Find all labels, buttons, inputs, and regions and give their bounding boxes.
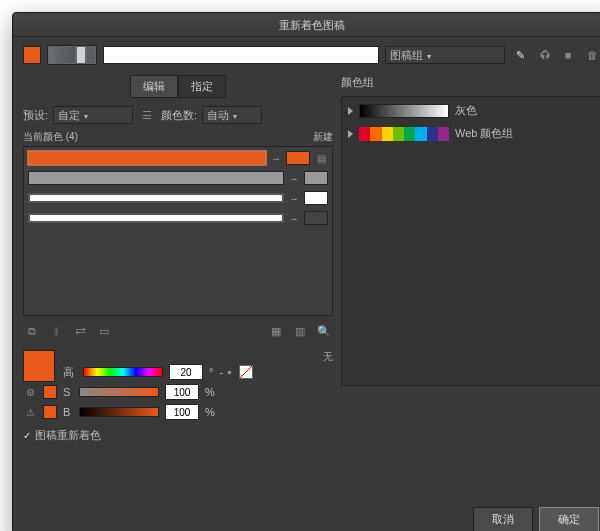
s-swatch — [43, 385, 57, 399]
separate-icon[interactable]: ⫴ — [47, 322, 65, 340]
artwork-name-input[interactable] — [103, 46, 379, 64]
color-mapping-list: → ▤ → → — [23, 146, 333, 316]
recolor-checkbox[interactable]: 图稿重新着色 — [23, 428, 333, 443]
dest-color-chip[interactable] — [304, 191, 328, 205]
find-icon[interactable]: 🔍 — [315, 322, 333, 340]
group-header: 颜色组 — [341, 75, 600, 90]
window-title: 重新着色图稿 — [279, 19, 345, 31]
bri-input[interactable] — [165, 404, 199, 420]
dest-color-chip[interactable] — [286, 151, 310, 165]
sat-input[interactable] — [165, 384, 199, 400]
color-row[interactable]: → — [28, 171, 328, 185]
newrow-icon[interactable]: ▭ — [95, 322, 113, 340]
row-menu-icon[interactable]: ▤ — [314, 153, 328, 164]
left-panel: 编辑 指定 预设: 自定 ☰ 颜色数: 自动 — [23, 75, 333, 443]
trash-icon[interactable]: 🗑 — [583, 46, 600, 64]
ok-button[interactable]: 确定 — [539, 507, 599, 531]
top-toolbar: 图稿组 ✎ ⮉ ■ 🗑 — [23, 45, 600, 65]
eyedropper-icon[interactable]: ✎ — [511, 46, 529, 64]
group-swatch-1[interactable] — [48, 46, 76, 64]
expand-icon[interactable] — [348, 130, 353, 138]
active-color-swatch[interactable] — [23, 46, 41, 64]
h-label: 高 — [63, 365, 77, 380]
hue-input[interactable] — [169, 364, 203, 380]
color-row[interactable]: → — [28, 211, 328, 225]
new-colors-label: 新建 — [313, 130, 333, 144]
dest-color-chip[interactable] — [304, 211, 328, 225]
sort-icon-2[interactable]: ▥ — [291, 322, 309, 340]
color-row[interactable]: → ▤ — [28, 151, 328, 165]
b-label: B — [63, 406, 73, 418]
colorcount-dropdown[interactable]: 自动 — [202, 106, 262, 124]
warn-icon[interactable]: ⚠ — [23, 407, 37, 418]
none-swatch-icon[interactable] — [239, 365, 253, 379]
src-color-bar[interactable] — [28, 151, 266, 165]
artwork-group-label: 图稿组 — [390, 48, 423, 63]
b-swatch — [43, 405, 57, 419]
sort-icon-1[interactable]: ▦ — [267, 322, 285, 340]
group-swatch-2[interactable] — [76, 46, 86, 64]
right-panel: 颜色组 灰色 Web 颜色组 — [341, 75, 600, 443]
artwork-group-dropdown[interactable]: 图稿组 — [385, 46, 505, 64]
folder-icon[interactable]: ■ — [559, 46, 577, 64]
map-arrow-icon: → — [270, 153, 282, 164]
preset-dropdown[interactable]: 自定 — [53, 106, 133, 124]
link-icon[interactable]: ⚙ — [23, 387, 37, 398]
hsb-swatch[interactable] — [23, 350, 55, 382]
group-row-grey[interactable]: 灰色 — [348, 103, 594, 118]
map-arrow-icon: → — [288, 193, 300, 204]
color-groups-list: 灰色 Web 颜色组 — [341, 96, 600, 386]
group-row-web[interactable]: Web 颜色组 — [348, 126, 594, 141]
titlebar: 重新着色图稿 — [13, 13, 600, 37]
src-color-bar[interactable] — [28, 193, 284, 203]
current-colors-label: 当前颜色 (4) — [23, 130, 78, 144]
bri-slider[interactable] — [79, 407, 159, 417]
sat-slider[interactable] — [79, 387, 159, 397]
hue-slider[interactable] — [83, 367, 163, 377]
recolor-dialog: 重新着色图稿 图稿组 ✎ ⮉ ■ 🗑 编辑 指定 — [12, 12, 600, 531]
preset-label: 预设: — [23, 108, 48, 123]
web-strip — [359, 127, 449, 141]
color-row[interactable]: → — [28, 191, 328, 205]
merge-icon[interactable]: ⧉ — [23, 322, 41, 340]
exclude-icon[interactable]: ⮂ — [71, 322, 89, 340]
map-arrow-icon: → — [288, 213, 300, 224]
colorcount-label: 颜色数: — [161, 108, 197, 123]
hsb-controls: 无 高 ° - ∘ ⚙ — [23, 350, 333, 420]
group-swatch-3[interactable] — [86, 46, 96, 64]
dest-color-chip[interactable] — [304, 171, 328, 185]
tab-edit[interactable]: 编辑 — [130, 75, 178, 98]
chevron-down-icon — [233, 109, 237, 121]
preset-menu-icon[interactable]: ☰ — [138, 106, 156, 124]
grey-strip — [359, 104, 449, 118]
tab-assign[interactable]: 指定 — [178, 75, 226, 98]
none-label: 无 — [323, 350, 333, 364]
chevron-down-icon — [84, 109, 88, 121]
chevron-down-icon — [427, 49, 431, 61]
cancel-button[interactable]: 取消 — [473, 507, 533, 531]
src-color-bar[interactable] — [28, 171, 284, 185]
map-arrow-icon: → — [288, 173, 300, 184]
s-label: S — [63, 386, 73, 398]
upload-icon[interactable]: ⮉ — [535, 46, 553, 64]
src-color-bar[interactable] — [28, 213, 284, 223]
expand-icon[interactable] — [348, 107, 353, 115]
